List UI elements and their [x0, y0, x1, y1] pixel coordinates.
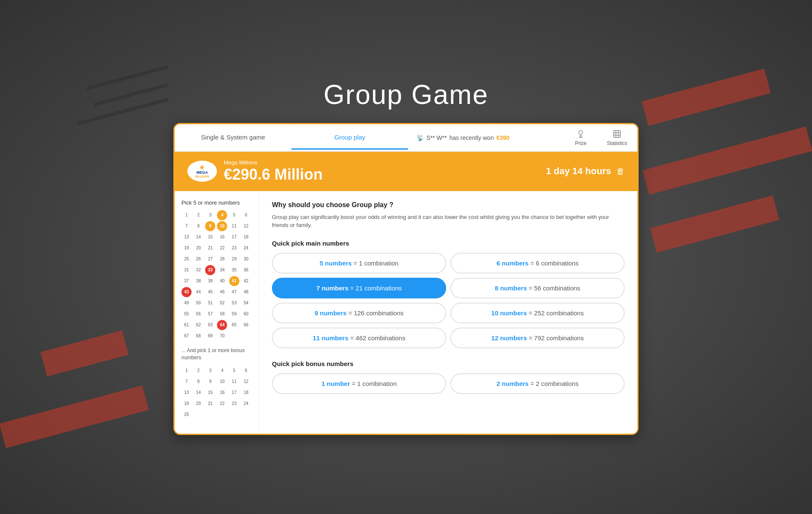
main-num-35[interactable]: 35	[229, 265, 239, 275]
main-num-53[interactable]: 53	[229, 298, 239, 308]
bonus-num-23[interactable]: 23	[229, 398, 239, 408]
main-num-2[interactable]: 2	[193, 210, 203, 220]
bonus-num-2[interactable]: 2	[193, 365, 203, 375]
main-num-9[interactable]: 9	[205, 221, 215, 231]
bonus-num-17[interactable]: 17	[229, 387, 239, 397]
main-num-41[interactable]: 41	[229, 276, 239, 286]
main-num-3[interactable]: 3	[205, 210, 215, 220]
tab-single-system[interactable]: Single & System game	[175, 126, 291, 150]
main-num-5[interactable]: 5	[229, 210, 239, 220]
main-num-18[interactable]: 18	[241, 232, 251, 242]
main-num-68[interactable]: 68	[193, 331, 203, 341]
main-num-26[interactable]: 26	[193, 254, 203, 264]
main-num-38[interactable]: 38	[193, 276, 203, 286]
main-num-36[interactable]: 36	[241, 265, 251, 275]
main-num-49[interactable]: 49	[181, 298, 192, 308]
main-num-45[interactable]: 45	[205, 287, 215, 297]
bonus-num-18[interactable]: 18	[241, 387, 251, 397]
main-num-56[interactable]: 56	[193, 309, 203, 319]
main-num-20[interactable]: 20	[193, 243, 203, 253]
combo-btn-9n[interactable]: 9 numbers = 126 combinations	[272, 303, 446, 323]
main-num-48[interactable]: 48	[241, 287, 251, 297]
bonus-num-21[interactable]: 21	[205, 398, 215, 408]
main-num-58[interactable]: 58	[217, 309, 227, 319]
main-num-28[interactable]: 28	[217, 254, 227, 264]
main-num-39[interactable]: 39	[205, 276, 215, 286]
combo-btn-11n[interactable]: 11 numbers = 462 combinations	[272, 328, 446, 348]
bonus-num-22[interactable]: 22	[217, 398, 227, 408]
main-num-65[interactable]: 65	[229, 320, 239, 330]
main-num-46[interactable]: 46	[217, 287, 227, 297]
main-num-37[interactable]: 37	[181, 276, 192, 286]
main-num-16[interactable]: 16	[217, 232, 227, 242]
bonus-btn-2b[interactable]: 2 numbers = 2 combinations	[450, 373, 625, 394]
main-num-40[interactable]: 40	[217, 276, 227, 286]
bonus-num-20[interactable]: 20	[193, 398, 203, 408]
main-num-51[interactable]: 51	[205, 298, 215, 308]
main-num-47[interactable]: 47	[229, 287, 239, 297]
main-num-7[interactable]: 7	[181, 221, 192, 231]
main-num-25[interactable]: 25	[181, 254, 192, 264]
main-num-22[interactable]: 22	[217, 243, 227, 253]
main-num-70[interactable]: 70	[217, 331, 227, 341]
bonus-num-24[interactable]: 24	[241, 398, 251, 408]
combo-btn-7n[interactable]: 7 numbers = 21 combinations	[272, 278, 446, 298]
main-num-29[interactable]: 29	[229, 254, 239, 264]
bonus-num-9[interactable]: 9	[205, 376, 215, 386]
bonus-num-25[interactable]: 25	[181, 409, 192, 419]
combo-btn-5n[interactable]: 5 numbers = 1 combination	[272, 253, 446, 273]
bonus-num-5[interactable]: 5	[229, 365, 239, 375]
main-num-21[interactable]: 21	[205, 243, 215, 253]
trash-icon[interactable]: 🗑	[616, 167, 625, 176]
bonus-num-14[interactable]: 14	[193, 387, 203, 397]
bonus-num-7[interactable]: 7	[181, 376, 192, 386]
main-num-1[interactable]: 1	[181, 210, 192, 220]
main-num-23[interactable]: 23	[229, 243, 239, 253]
bonus-num-12[interactable]: 12	[241, 376, 251, 386]
main-num-60[interactable]: 60	[241, 309, 251, 319]
main-num-42[interactable]: 42	[241, 276, 251, 286]
bonus-num-13[interactable]: 13	[181, 387, 192, 397]
main-num-59[interactable]: 59	[229, 309, 239, 319]
main-num-33[interactable]: 33	[205, 265, 215, 275]
main-num-13[interactable]: 13	[181, 232, 192, 242]
main-num-15[interactable]: 15	[205, 232, 215, 242]
main-num-55[interactable]: 55	[181, 309, 192, 319]
bonus-num-1[interactable]: 1	[181, 365, 192, 375]
tab-statistics[interactable]: Statistics	[597, 124, 637, 151]
main-num-6[interactable]: 6	[241, 210, 251, 220]
bonus-num-16[interactable]: 16	[217, 387, 227, 397]
main-num-67[interactable]: 67	[181, 331, 192, 341]
bonus-num-6[interactable]: 6	[241, 365, 251, 375]
combo-btn-8n[interactable]: 8 numbers = 56 combinations	[450, 278, 625, 298]
bonus-num-11[interactable]: 11	[229, 376, 239, 386]
main-num-30[interactable]: 30	[241, 254, 251, 264]
main-num-61[interactable]: 61	[181, 320, 192, 330]
bonus-num-3[interactable]: 3	[205, 365, 215, 375]
main-num-43[interactable]: 43	[181, 287, 192, 297]
main-num-24[interactable]: 24	[241, 243, 251, 253]
main-num-17[interactable]: 17	[229, 232, 239, 242]
main-num-50[interactable]: 50	[193, 298, 203, 308]
main-num-57[interactable]: 57	[205, 309, 215, 319]
main-num-27[interactable]: 27	[205, 254, 215, 264]
tab-group-play[interactable]: Group play	[291, 126, 408, 150]
main-num-66[interactable]: 66	[241, 320, 251, 330]
main-num-64[interactable]: 64	[217, 320, 227, 330]
main-num-31[interactable]: 31	[181, 265, 192, 275]
main-num-32[interactable]: 32	[193, 265, 203, 275]
main-num-19[interactable]: 19	[181, 243, 192, 253]
bonus-num-10[interactable]: 10	[217, 376, 227, 386]
main-num-14[interactable]: 14	[193, 232, 203, 242]
main-num-62[interactable]: 62	[193, 320, 203, 330]
combo-btn-6n[interactable]: 6 numbers = 6 combinations	[450, 253, 625, 273]
combo-btn-12n[interactable]: 12 numbers = 792 combinations	[450, 328, 625, 348]
main-num-69[interactable]: 69	[205, 331, 215, 341]
main-num-54[interactable]: 54	[241, 298, 251, 308]
main-num-4[interactable]: 4	[217, 210, 227, 220]
main-num-34[interactable]: 34	[217, 265, 227, 275]
combo-btn-10n[interactable]: 10 numbers = 252 combinations	[450, 303, 625, 323]
bonus-num-4[interactable]: 4	[217, 365, 227, 375]
main-num-8[interactable]: 8	[193, 221, 203, 231]
main-num-44[interactable]: 44	[193, 287, 203, 297]
